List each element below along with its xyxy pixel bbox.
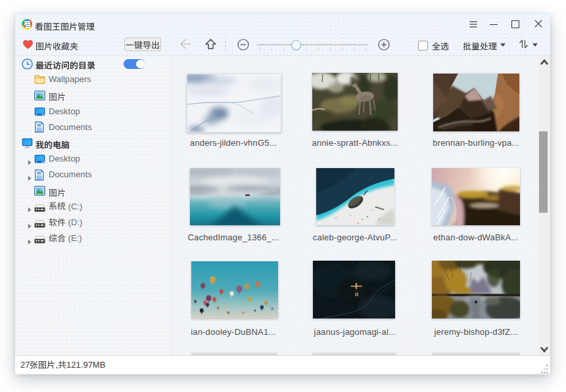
svg-text:W: W [37, 171, 41, 175]
svg-text:W: W [37, 123, 41, 127]
